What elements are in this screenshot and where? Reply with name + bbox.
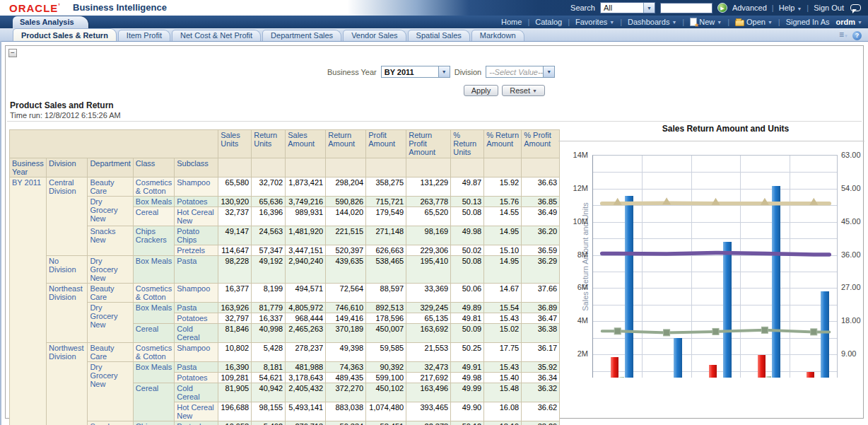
dropdown-arrow-icon[interactable]: ▼	[643, 3, 655, 13]
pivot-dim-cereal[interactable]: Cereal	[133, 207, 174, 226]
row-header-division[interactable]: Division	[47, 158, 88, 177]
pivot-dim-cosmetics-cotton[interactable]: Cosmetics & Cotton	[133, 343, 174, 362]
nav-link-catalog[interactable]: Catalog	[535, 18, 562, 26]
pivot-dim-box-meals[interactable]: Box Meals	[133, 256, 174, 284]
pivot-dim-box-meals[interactable]: Box Meals	[133, 362, 174, 383]
pivot-dim-beauty-care[interactable]: Beauty Care	[88, 343, 133, 362]
collapse-section-icon[interactable]: −	[8, 49, 17, 57]
advanced-link[interactable]: Advanced	[732, 4, 767, 12]
column-header-profit-amount[interactable]: % Profit Amount	[522, 130, 560, 158]
bar-sales-amount-southwest-division[interactable]	[821, 291, 829, 378]
column-header-return-units[interactable]: % Return Units	[451, 130, 484, 158]
bar-sales-amount-northeast-division[interactable]	[723, 242, 732, 378]
row-header-subclass[interactable]: Subclass	[175, 158, 218, 177]
pivot-dim-shampoo[interactable]: Shampoo	[175, 177, 218, 197]
reset-button[interactable]: Reset▼	[502, 85, 545, 96]
pivot-dim-pretzels[interactable]: Pretzels	[175, 245, 218, 256]
search-go-icon[interactable]: ▶	[717, 3, 727, 13]
bar-sales-amount-northwest-division[interactable]	[772, 186, 780, 378]
pivot-dim-potato-chips[interactable]: Potato Chips	[175, 226, 218, 245]
marker-square[interactable]	[712, 328, 719, 334]
pivot-dim-cosmetics-cotton[interactable]: Cosmetics & Cotton	[133, 284, 174, 303]
pivot-dim-central-division[interactable]: Central Division	[47, 177, 88, 256]
bar-sales-and-return-units-northwest-division[interactable]	[766, 376, 771, 378]
bar-return-amount-northwest-division[interactable]	[758, 355, 766, 378]
tab-vendor-sales[interactable]: Vendor Sales	[343, 30, 406, 41]
pivot-dim-dry-grocery-new[interactable]: Dry Grocery New	[88, 256, 133, 284]
pivot-dim-cereal[interactable]: Cereal	[133, 324, 174, 343]
nav-link-home[interactable]: Home	[501, 18, 522, 26]
division-select[interactable]: --Select Value-- ▼	[486, 66, 555, 78]
marker-triangle[interactable]	[614, 198, 622, 205]
pivot-dim-pasta[interactable]: Pasta	[175, 362, 218, 373]
marker-square[interactable]	[811, 329, 817, 335]
sign-out-link[interactable]: Sign Out	[814, 4, 844, 12]
pivot-dim-hot-cereal-new[interactable]: Hot Cereal New	[175, 402, 218, 421]
marker-square[interactable]	[614, 328, 621, 334]
pivot-dim-beauty-care[interactable]: Beauty Care	[88, 284, 133, 303]
help-menu[interactable]: Help ▼	[779, 4, 802, 12]
apply-button[interactable]: Apply	[464, 85, 499, 96]
column-header-return-profit-amount[interactable]: Return Profit Amount	[406, 130, 451, 158]
pivot-dim-shampoo[interactable]: Shampoo	[175, 343, 218, 362]
pivot-dim-cold-cereal[interactable]: Cold Cereal	[175, 383, 218, 402]
nav-link-favorites[interactable]: Favorites▼	[575, 18, 614, 26]
nav-link-open[interactable]: Open▼	[735, 18, 773, 26]
pivot-dim-potatoes[interactable]: Potatoes	[175, 313, 218, 324]
column-header-profit-amount[interactable]: Profit Amount	[366, 130, 406, 158]
tab-department-sales[interactable]: Department Sales	[262, 30, 341, 41]
pivot-dim-by-2011[interactable]: BY 2011	[10, 177, 47, 425]
column-header-return-amount[interactable]: % Return Amount	[484, 130, 522, 158]
dropdown-arrow-icon[interactable]: ▼	[438, 66, 450, 77]
bar-return-amount-northeast-division[interactable]	[709, 365, 717, 378]
pivot-dim-cold-cereal[interactable]: Cold Cereal	[175, 324, 218, 343]
column-header-sales-amount[interactable]: Sales Amount	[286, 130, 326, 158]
pivot-dim-chips-crackers[interactable]: Chips Crackers	[133, 226, 174, 256]
pivot-dim-dry-grocery-new[interactable]: Dry Grocery New	[88, 197, 133, 226]
pivot-dim-snacks-new[interactable]: Snacks New	[88, 226, 133, 256]
nav-link-dashboards[interactable]: Dashboards▼	[628, 18, 676, 26]
chat-bubble-icon[interactable]	[850, 4, 861, 11]
pivot-dim-no-division[interactable]: No Division	[47, 256, 88, 284]
marker-triangle[interactable]	[662, 197, 671, 204]
search-input[interactable]	[660, 3, 712, 13]
line-return-units[interactable]	[602, 203, 830, 204]
tab-product-sales-return[interactable]: Product Sales & Return	[13, 28, 117, 41]
pivot-dim-northwest-division[interactable]: Northwest Division	[47, 343, 88, 425]
marker-square[interactable]	[664, 330, 670, 336]
nav-link-new[interactable]: New▼	[690, 18, 722, 26]
row-header-department[interactable]: Department	[88, 158, 133, 177]
marker-triangle[interactable]	[761, 198, 769, 205]
bar-sales-and-return-units-central-division[interactable]	[619, 377, 624, 378]
page-options-icon[interactable]: ≡▼	[839, 30, 848, 40]
pivot-dim-hot-cereal-new[interactable]: Hot Cereal New	[175, 207, 218, 226]
pivot-dim-potatoes[interactable]: Potatoes	[175, 197, 218, 207]
bar-return-amount-southwest-division[interactable]	[807, 372, 814, 378]
pivot-dim-box-meals[interactable]: Box Meals	[133, 303, 174, 324]
pivot-dim-chips-crackers[interactable]: Chips Crackers	[133, 421, 174, 425]
pivot-dim-dry-grocery-new[interactable]: Dry Grocery New	[88, 362, 133, 421]
dashboard-brand-tab[interactable]: Sales Analysis	[13, 16, 88, 28]
tab-markdown[interactable]: Markdown	[471, 30, 524, 41]
search-scope-select[interactable]: All ▼	[600, 2, 655, 13]
row-header-class[interactable]: Class	[133, 158, 174, 177]
pivot-dim-cosmetics-cotton[interactable]: Cosmetics & Cotton	[133, 177, 174, 197]
signed-in-as[interactable]: Signed In As ordm▼	[786, 18, 862, 26]
pivot-dim-snacks-new[interactable]: Snacks New	[88, 421, 133, 425]
tab-item-profit[interactable]: Item Profit	[118, 30, 170, 41]
pivot-dim-cereal[interactable]: Cereal	[133, 383, 174, 421]
bar-sales-amount-no-division[interactable]	[674, 338, 682, 378]
marker-square[interactable]	[761, 327, 768, 333]
pivot-dim-potatoes[interactable]: Potatoes	[175, 373, 218, 383]
pivot-dim-beauty-care[interactable]: Beauty Care	[88, 177, 133, 197]
pivot-dim-dry-grocery-new[interactable]: Dry Grocery New	[88, 303, 133, 343]
pivot-dim-shampoo[interactable]: Shampoo	[175, 284, 218, 303]
tab-spatial-sales[interactable]: Spatial Sales	[408, 30, 470, 41]
marker-triangle[interactable]	[809, 198, 818, 205]
pivot-dim-box-meals[interactable]: Box Meals	[133, 197, 174, 207]
business-year-select[interactable]: BY 2011 ▼	[381, 66, 450, 78]
column-header-sales-units[interactable]: Sales Units	[218, 130, 252, 158]
bar-return-amount-central-division[interactable]	[611, 357, 618, 378]
line-return-amount[interactable]	[602, 330, 830, 333]
pivot-dim-northeast-division[interactable]: Northeast Division	[47, 284, 88, 343]
